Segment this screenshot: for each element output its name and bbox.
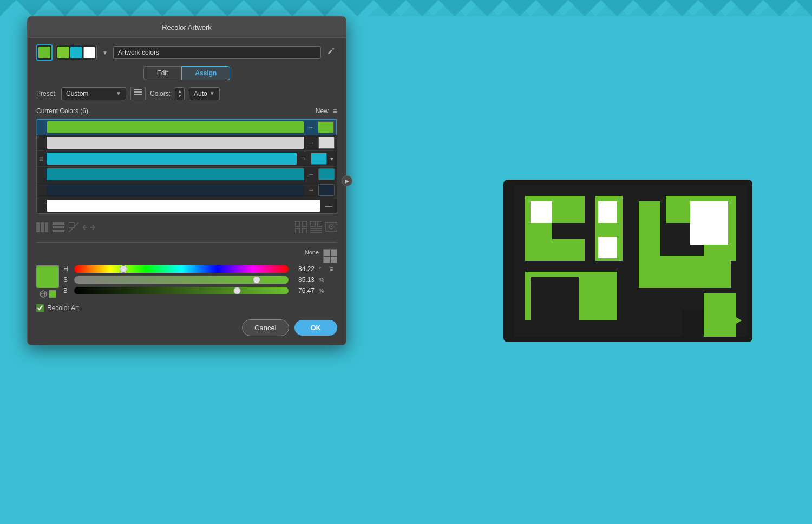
dialog-title: Recolor Artwork [162, 23, 212, 31]
none-label: None [305, 249, 319, 262]
svg-rect-9 [525, 320, 617, 337]
b-slider[interactable] [74, 287, 289, 294]
color-row[interactable]: → [37, 182, 337, 198]
preview-icon[interactable] [325, 221, 337, 233]
new-swatch[interactable] [318, 121, 334, 133]
s-label: S [63, 276, 70, 284]
color-bar-lightgray [47, 137, 304, 149]
edit-tab[interactable]: Edit [143, 66, 182, 80]
sliders-area: H 84.22 ° ≡ S 85.13 [63, 265, 337, 298]
new-swatch[interactable] [318, 137, 335, 149]
ok-button[interactable]: OK [294, 320, 338, 336]
svg-rect-13 [36, 222, 40, 232]
swatch-green-selected[interactable] [36, 44, 53, 61]
svg-rect-5 [690, 201, 728, 245]
globe-icon [40, 290, 47, 298]
expand-handle[interactable]: ▶ [342, 175, 352, 186]
new-swatch[interactable] [318, 184, 335, 196]
svg-rect-36 [331, 257, 337, 263]
recolor-art-label: Recolor Art [47, 304, 79, 312]
new-swatch[interactable] [318, 168, 335, 180]
svg-rect-15 [45, 222, 48, 232]
colors-label: Colors: [150, 90, 171, 97]
color-row[interactable]: — [37, 198, 337, 213]
new-swatch[interactable] [311, 153, 327, 165]
dialog-footer: Cancel OK [36, 319, 337, 336]
b-unit: % [319, 287, 325, 294]
arrow-indicator: → [306, 123, 316, 131]
s-slider-row: S 85.13 % [63, 276, 337, 284]
s-slider[interactable] [74, 276, 289, 284]
h-thumb[interactable] [120, 265, 127, 273]
preset-label: Preset: [36, 90, 57, 97]
b-thumb[interactable] [233, 287, 241, 294]
swatch-multi-group[interactable] [56, 45, 97, 60]
assign-tab[interactable]: Assign [181, 66, 230, 80]
grid-color-button[interactable] [323, 249, 337, 263]
eyedropper-button[interactable] [324, 46, 337, 59]
svg-rect-23 [295, 228, 300, 233]
list-view-icon[interactable] [310, 221, 322, 233]
new-label: New [316, 107, 329, 115]
svg-rect-34 [331, 250, 337, 256]
dash-indicator: — [323, 201, 335, 210]
artwork-colors-label: Artwork colors [118, 49, 159, 56]
color-row[interactable]: → [37, 119, 337, 135]
colors-stepper[interactable]: ▲▼ [175, 87, 185, 100]
swatch-green [38, 47, 50, 58]
svg-rect-22 [302, 221, 307, 226]
row-handle: ⊟ [39, 156, 44, 162]
dialog-titlebar: Recolor Artwork [28, 17, 346, 38]
toolbar-right [295, 221, 337, 233]
s-thumb[interactable] [253, 276, 260, 284]
color-bar-cyan [47, 153, 297, 165]
svg-rect-25 [310, 221, 315, 226]
color-row[interactable]: → [37, 135, 337, 151]
color-rows-container: → → ⊟ → ▼ → [36, 119, 337, 214]
row-dropdown-arrow[interactable]: ▼ [329, 156, 335, 162]
logo-area [498, 153, 758, 371]
color-list-menu-icon[interactable]: ≡ [333, 107, 337, 115]
h-slider-row: H 84.22 ° ≡ [63, 265, 337, 273]
swatch-green2 [57, 47, 69, 58]
swatch-blue [70, 47, 82, 58]
color-row[interactable]: ⊟ → ▼ [37, 151, 337, 167]
preset-dropdown[interactable]: Custom ▼ [61, 87, 126, 100]
list-icon-button[interactable] [130, 87, 146, 100]
eyedropper-icon [326, 47, 335, 56]
bottom-toolbar [36, 219, 337, 238]
arrows-icon[interactable] [83, 222, 95, 232]
svg-rect-11 [134, 91, 142, 93]
artwork-colors-dropdown[interactable]: Artwork colors [113, 46, 321, 59]
columns-icon[interactable] [36, 222, 48, 232]
exclude-icon[interactable] [69, 222, 78, 232]
arrow-indicator: → [306, 186, 316, 194]
b-value: 76.47 [293, 287, 315, 294]
svg-rect-2 [531, 201, 552, 223]
b-slider-row: B 76.47 % [63, 287, 337, 294]
svg-rect-14 [41, 222, 44, 232]
h-label: H [63, 265, 70, 273]
color-bar-green [47, 121, 304, 133]
preset-arrow: ▼ [116, 90, 121, 96]
swatches-dropdown-arrow[interactable]: ▼ [100, 50, 110, 56]
current-colors-title: Current Colors (6) [36, 107, 88, 115]
color-preview-row: H 84.22 ° ≡ S 85.13 [36, 265, 337, 298]
colors-arrow: ▼ [209, 90, 215, 96]
h-slider-menu[interactable]: ≡ [330, 265, 337, 273]
color-row[interactable]: → [37, 167, 337, 182]
grid-view-icon[interactable] [295, 221, 307, 233]
rows-icon[interactable] [53, 222, 64, 232]
svg-rect-4 [598, 237, 617, 258]
svg-line-20 [69, 222, 78, 232]
svg-point-32 [331, 226, 332, 228]
preset-value: Custom [66, 90, 88, 97]
svg-rect-21 [295, 221, 300, 226]
recolor-art-checkbox[interactable] [36, 304, 44, 312]
b-label: B [63, 287, 70, 294]
svg-rect-18 [53, 230, 64, 232]
colors-dropdown[interactable]: Auto ▼ [189, 87, 220, 100]
h-slider[interactable] [74, 265, 289, 273]
cancel-button[interactable]: Cancel [242, 319, 289, 336]
arrow-indicator: → [306, 171, 316, 178]
